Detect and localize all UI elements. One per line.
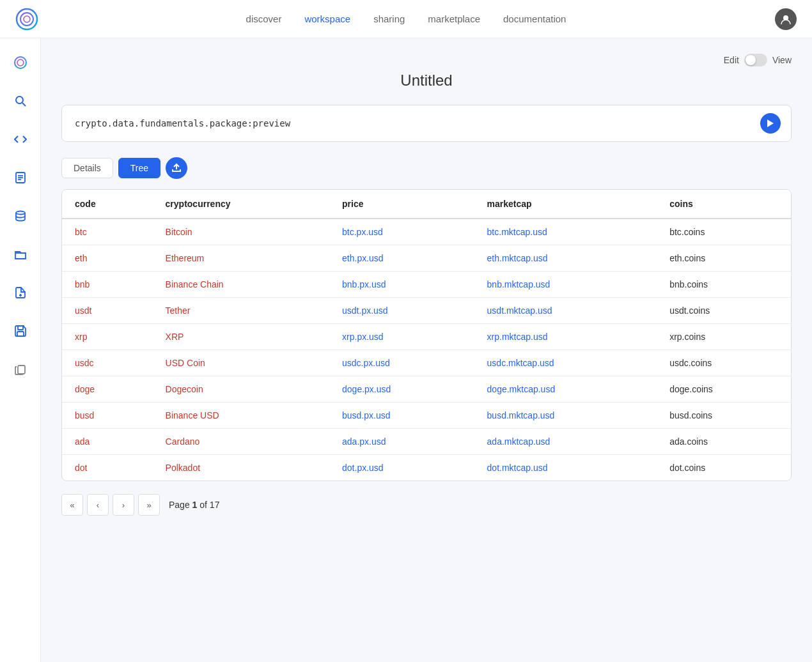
cell-cryptocurrency: Polkadot — [153, 455, 329, 481]
page-title: Untitled — [61, 72, 792, 89]
cell-code: btc — [62, 219, 153, 245]
left-sidebar — [0, 38, 41, 662]
col-header-coins: coins — [657, 190, 791, 219]
cell-marketcap: dot.mktcap.usd — [474, 455, 657, 481]
col-header-cryptocurrency: cryptocurrency — [153, 190, 329, 219]
nav-documentation[interactable]: documentation — [503, 13, 566, 24]
pagination-next[interactable]: › — [113, 494, 134, 516]
query-box: crypto.data.fundamentals.package:preview — [61, 105, 792, 142]
table-row: xrp XRP xrp.px.usd xrp.mktcap.usd xrp.co… — [62, 324, 791, 350]
cell-coins: eth.coins — [657, 245, 791, 272]
tab-tree[interactable]: Tree — [118, 158, 160, 178]
cell-coins: bnb.coins — [657, 272, 791, 298]
cell-price: dot.px.usd — [329, 455, 474, 481]
cell-cryptocurrency: Ethereum — [153, 245, 329, 272]
pagination-prev[interactable]: ‹ — [87, 494, 109, 516]
table-row: bnb Binance Chain bnb.px.usd bnb.mktcap.… — [62, 272, 791, 298]
user-avatar[interactable] — [775, 8, 797, 30]
folder-icon[interactable] — [9, 243, 32, 266]
cell-marketcap: doge.mktcap.usd — [474, 376, 657, 403]
save-icon[interactable] — [9, 319, 32, 343]
nav-sharing[interactable]: sharing — [373, 13, 405, 24]
table-row: ada Cardano ada.px.usd ada.mktcap.usd ad… — [62, 429, 791, 455]
cell-price: ada.px.usd — [329, 429, 474, 455]
cell-price: btc.px.usd — [329, 219, 474, 245]
cell-marketcap: bnb.mktcap.usd — [474, 272, 657, 298]
view-label: View — [772, 55, 792, 65]
edit-label: Edit — [724, 55, 739, 65]
svg-rect-16 — [18, 326, 23, 330]
edit-view-bar: Edit View — [61, 54, 792, 66]
cell-code: xrp — [62, 324, 153, 350]
cell-marketcap: busd.mktcap.usd — [474, 403, 657, 429]
cell-cryptocurrency: USD Coin — [153, 350, 329, 376]
nav-discover[interactable]: discover — [246, 13, 282, 24]
pagination: « ‹ › » Page 1 of 17 — [61, 494, 792, 516]
content-area: Edit View Untitled crypto.data.fundament… — [41, 38, 812, 662]
nav-links: discover workspace sharing marketplace d… — [246, 13, 566, 24]
cell-coins: doge.coins — [657, 376, 791, 403]
col-header-price: price — [329, 190, 474, 219]
query-text[interactable]: crypto.data.fundamentals.package:preview — [75, 118, 290, 128]
cell-price: usdt.px.usd — [329, 298, 474, 324]
cell-marketcap: ada.mktcap.usd — [474, 429, 657, 455]
data-icon[interactable] — [9, 51, 32, 74]
database-icon[interactable] — [9, 204, 32, 227]
cell-code: busd — [62, 403, 153, 429]
svg-point-6 — [16, 96, 23, 104]
pagination-last[interactable]: » — [138, 494, 160, 516]
table-row: doge Dogecoin doge.px.usd doge.mktcap.us… — [62, 376, 791, 403]
cell-code: eth — [62, 245, 153, 272]
cell-price: bnb.px.usd — [329, 272, 474, 298]
table-row: dot Polkadot dot.px.usd dot.mktcap.usd d… — [62, 455, 791, 481]
file-add-icon[interactable] — [9, 281, 32, 304]
table-header: code cryptocurrency price marketcap coin… — [62, 190, 791, 219]
cell-coins: usdc.coins — [657, 350, 791, 376]
cell-marketcap: usdc.mktcap.usd — [474, 350, 657, 376]
table-body: btc Bitcoin btc.px.usd btc.mktcap.usd bt… — [62, 219, 791, 481]
cell-coins: busd.coins — [657, 403, 791, 429]
cell-cryptocurrency: Bitcoin — [153, 219, 329, 245]
cell-marketcap: xrp.mktcap.usd — [474, 324, 657, 350]
svg-marker-19 — [767, 119, 774, 127]
tab-details[interactable]: Details — [61, 158, 113, 178]
nav-workspace[interactable]: workspace — [304, 13, 350, 24]
cell-coins: btc.coins — [657, 219, 791, 245]
svg-point-12 — [16, 212, 25, 215]
copy-icon[interactable] — [9, 358, 32, 381]
total-pages: 17 — [210, 500, 220, 510]
nav-marketplace[interactable]: marketplace — [428, 13, 480, 24]
upload-button[interactable] — [166, 157, 187, 179]
table-row: btc Bitcoin btc.px.usd btc.mktcap.usd bt… — [62, 219, 791, 245]
code-icon[interactable] — [9, 128, 32, 151]
edit-view-toggle[interactable] — [744, 54, 767, 66]
current-page: 1 — [192, 500, 198, 510]
cell-price: doge.px.usd — [329, 376, 474, 403]
cell-code: usdc — [62, 350, 153, 376]
query-run-button[interactable] — [760, 113, 781, 134]
cell-coins: xrp.coins — [657, 324, 791, 350]
tabs-bar: Details Tree — [61, 157, 792, 179]
svg-point-1 — [20, 13, 33, 26]
cell-marketcap: btc.mktcap.usd — [474, 219, 657, 245]
cell-code: dot — [62, 455, 153, 481]
cell-cryptocurrency: Binance USD — [153, 403, 329, 429]
table-row: usdt Tether usdt.px.usd usdt.mktcap.usd … — [62, 298, 791, 324]
svg-point-5 — [17, 59, 24, 66]
cell-code: ada — [62, 429, 153, 455]
cell-coins: dot.coins — [657, 455, 791, 481]
logo[interactable] — [15, 8, 38, 31]
document-icon[interactable] — [9, 166, 32, 189]
cell-cryptocurrency: Cardano — [153, 429, 329, 455]
page-info: Page 1 of 17 — [169, 500, 219, 510]
cell-price: eth.px.usd — [329, 245, 474, 272]
cell-cryptocurrency: Tether — [153, 298, 329, 324]
pagination-first[interactable]: « — [61, 494, 83, 516]
cell-marketcap: usdt.mktcap.usd — [474, 298, 657, 324]
search-icon[interactable] — [9, 89, 32, 112]
top-nav: discover workspace sharing marketplace d… — [0, 0, 812, 38]
table-row: usdc USD Coin usdc.px.usd usdc.mktcap.us… — [62, 350, 791, 376]
col-header-marketcap: marketcap — [474, 190, 657, 219]
cell-price: busd.px.usd — [329, 403, 474, 429]
cell-price: xrp.px.usd — [329, 324, 474, 350]
